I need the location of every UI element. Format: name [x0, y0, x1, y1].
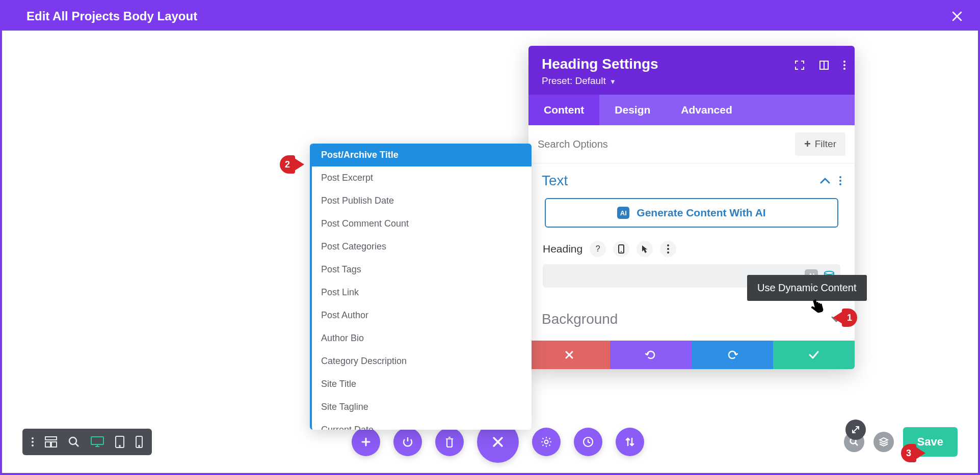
ai-badge-icon: AI — [617, 207, 629, 219]
settings-panel: Heading Settings Preset: Default ▼ — [528, 46, 855, 369]
filter-button[interactable]: + Filter — [795, 132, 845, 156]
tab-content[interactable]: Content — [528, 95, 599, 125]
text-section-title: Text — [542, 173, 568, 189]
background-section-title: Background — [542, 311, 618, 327]
search-input[interactable] — [538, 138, 789, 150]
add-button[interactable] — [352, 428, 380, 456]
heading-more-icon[interactable] — [660, 241, 676, 257]
power-button[interactable] — [393, 428, 422, 456]
tooltip-dynamic-content: Use Dynamic Content — [747, 275, 867, 301]
svg-point-4 — [825, 271, 834, 274]
desktop-view-icon[interactable] — [91, 436, 104, 448]
heading-label: Heading — [543, 243, 582, 255]
confirm-button[interactable] — [773, 341, 855, 369]
list-item[interactable]: Post Tags — [312, 258, 532, 281]
tab-design[interactable]: Design — [599, 95, 666, 125]
columns-icon[interactable] — [819, 60, 829, 70]
preset-value: Default — [575, 75, 605, 86]
callout-3: 3 — [901, 444, 925, 462]
svg-point-3 — [621, 251, 622, 252]
list-item[interactable]: Post Author — [312, 304, 532, 327]
callout-1: 1 — [833, 309, 857, 327]
list-item[interactable]: Author Bio — [312, 327, 532, 350]
svg-rect-6 — [45, 442, 50, 447]
list-item[interactable]: Post Publish Date — [312, 189, 532, 212]
list-item[interactable]: Post Comment Count — [312, 212, 532, 235]
resize-handle-icon[interactable] — [845, 420, 866, 440]
list-item[interactable]: Site Title — [312, 373, 532, 396]
close-icon[interactable] — [951, 11, 963, 22]
list-item[interactable]: Post Categories — [312, 235, 532, 258]
list-item[interactable]: Category Description — [312, 350, 532, 373]
list-item[interactable]: Post Link — [312, 281, 532, 304]
layers-button[interactable] — [873, 432, 894, 452]
list-item[interactable]: Site Tagline — [312, 396, 532, 418]
svg-rect-10 — [91, 437, 103, 444]
tab-advanced[interactable]: Advanced — [666, 95, 747, 125]
svg-point-17 — [544, 440, 548, 444]
hover-icon[interactable] — [637, 241, 653, 257]
history-button[interactable] — [574, 428, 602, 456]
caret-down-icon: ▼ — [610, 78, 616, 86]
toolbar-more-icon[interactable] — [32, 437, 34, 446]
preset-selector[interactable]: Preset: Default ▼ — [542, 75, 841, 87]
callout-2: 2 — [280, 155, 304, 174]
generate-ai-button[interactable]: AI Generate Content With AI — [545, 198, 838, 228]
fullscreen-icon[interactable] — [794, 60, 805, 70]
zoom-icon[interactable] — [68, 436, 80, 448]
filter-label: Filter — [815, 138, 836, 150]
svg-point-8 — [69, 437, 76, 444]
list-item[interactable]: Post Excerpt — [312, 166, 532, 189]
chevron-up-icon[interactable] — [820, 177, 830, 184]
svg-point-16 — [139, 445, 140, 446]
dynamic-content-list: Post/Archive Title Post Excerpt Post Pub… — [310, 144, 532, 430]
phone-view-icon[interactable] — [136, 436, 143, 448]
svg-line-20 — [855, 443, 858, 445]
svg-rect-7 — [51, 442, 57, 447]
tablet-view-icon[interactable] — [115, 436, 124, 448]
section-more-icon[interactable] — [839, 176, 841, 185]
page-title: Edit All Projects Body Layout — [27, 9, 197, 23]
callout-number: 1 — [842, 309, 857, 327]
undo-button[interactable] — [610, 341, 692, 369]
more-icon[interactable] — [843, 61, 845, 70]
list-item[interactable]: Current Date — [312, 418, 532, 430]
svg-rect-5 — [45, 437, 57, 440]
svg-point-14 — [119, 445, 120, 446]
redo-button[interactable] — [692, 341, 773, 369]
cancel-button[interactable] — [528, 341, 610, 369]
delete-button[interactable] — [435, 428, 464, 456]
preset-label: Preset: — [542, 75, 572, 86]
sort-button[interactable] — [616, 428, 644, 456]
mobile-icon[interactable] — [613, 241, 629, 257]
svg-line-9 — [75, 443, 78, 446]
help-icon[interactable]: ? — [590, 241, 606, 257]
wireframe-icon[interactable] — [45, 436, 57, 448]
view-toolbar — [22, 429, 152, 455]
generate-ai-label: Generate Content With AI — [637, 207, 765, 219]
list-item[interactable]: Post/Archive Title — [312, 144, 532, 166]
settings-button[interactable] — [532, 428, 561, 456]
